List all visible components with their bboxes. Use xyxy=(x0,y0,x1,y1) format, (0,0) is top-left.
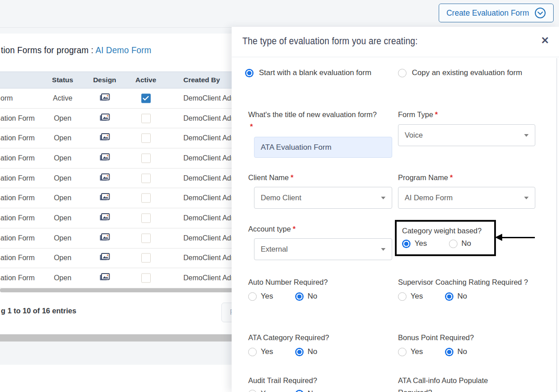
program-name-link[interactable]: AI Demo Form xyxy=(95,45,151,55)
column-header-design: Design xyxy=(93,76,116,84)
ata-category-question: ATA Category Required? Yes No xyxy=(248,332,382,356)
table-row: ation FormOpenDemoClient Adm xyxy=(0,109,241,129)
program-name-select[interactable]: AI Demo Form xyxy=(398,187,535,209)
design-icon[interactable] xyxy=(93,173,116,184)
auto-number-no-radio[interactable] xyxy=(295,292,304,301)
account-type-label: Account type* xyxy=(248,223,296,235)
no-label: No xyxy=(457,292,467,301)
status-value: Open xyxy=(47,134,79,142)
client-name-select[interactable]: Demo Client xyxy=(254,187,392,209)
auto-number-yes-radio[interactable] xyxy=(248,292,257,301)
yes-label: Yes xyxy=(261,389,273,392)
table-row: ation FormOpenDemoClient Adm xyxy=(0,208,241,228)
audit-trail-no-radio[interactable] xyxy=(295,390,304,392)
table-horizontal-scrollbar[interactable] xyxy=(0,288,241,292)
create-evaluation-form-button[interactable]: Create Evaluation Form xyxy=(439,4,554,22)
status-value: Open xyxy=(47,154,79,162)
bonus-point-question: Bonus Point Required? Yes No xyxy=(398,332,534,356)
status-value: Open xyxy=(47,234,79,242)
active-checkbox[interactable] xyxy=(141,114,151,123)
design-icon[interactable] xyxy=(93,193,116,203)
form-type-label: Form Type* xyxy=(398,109,438,121)
title-input[interactable]: ATA Evaluation Form xyxy=(254,137,392,158)
table-row: ation FormOpenDemoClient Adm xyxy=(0,249,241,269)
entries-summary: g 1 to 10 of 16 entries xyxy=(1,307,76,315)
panel-scrollbar-track[interactable] xyxy=(556,58,557,392)
active-checkbox[interactable] xyxy=(141,194,151,203)
no-label: No xyxy=(308,292,318,301)
form-name: orm xyxy=(0,94,47,102)
page-title: tion Forms for program : AI Demo Form xyxy=(1,45,168,55)
design-icon[interactable] xyxy=(93,133,116,143)
copy-existing-option[interactable]: Copy an existing evaluation form xyxy=(398,68,522,77)
audit-trail-label: Audit Trail Required? xyxy=(248,375,382,387)
active-checkbox[interactable] xyxy=(141,213,151,223)
table-row: ation FormOpenDemoClient Adm xyxy=(0,128,241,148)
start-blank-radio[interactable] xyxy=(245,69,254,77)
annotation-arrow-head xyxy=(495,234,502,241)
design-icon[interactable] xyxy=(93,213,116,223)
panel-title: The type of evaluation form you are crea… xyxy=(242,36,437,47)
status-value: Active xyxy=(47,94,79,102)
select-caret-icon xyxy=(381,197,385,199)
ata-call-info-question: ATA Call-info Auto Populate Required? xyxy=(398,375,514,392)
select-caret-icon xyxy=(524,134,529,137)
bonus-point-label: Bonus Point Required? xyxy=(398,332,534,344)
no-label: No xyxy=(462,239,471,248)
form-name: ation Form xyxy=(0,234,47,242)
category-weight-highlight-box: Category weight based? Yes No xyxy=(395,220,496,256)
table-row: ation FormOpenDemoClient Adm xyxy=(0,268,241,288)
copy-existing-radio[interactable] xyxy=(398,69,407,77)
design-icon[interactable] xyxy=(93,113,116,124)
design-icon[interactable] xyxy=(93,273,116,283)
ata-category-no-radio[interactable] xyxy=(295,348,304,356)
create-evaluation-form-label: Create Evaluation Form xyxy=(446,8,529,18)
panel-header: The type of evaluation form you are crea… xyxy=(232,27,559,57)
active-checkbox[interactable] xyxy=(141,173,151,183)
required-asterisk: * xyxy=(435,110,438,118)
table-body: ormActiveDemoClient Admation FormOpenDem… xyxy=(0,89,241,288)
audit-trail-yes-radio[interactable] xyxy=(248,390,257,392)
design-icon[interactable] xyxy=(93,93,116,104)
column-header-status: Status xyxy=(47,76,79,84)
annotation-arrow xyxy=(502,237,535,238)
table-header: Status Design Active Created By xyxy=(0,72,241,89)
ata-category-label: ATA Category Required? xyxy=(248,332,382,344)
table-row: ation FormOpenDemoClient Adm xyxy=(0,169,241,189)
supervisor-coaching-yes-radio[interactable] xyxy=(398,292,407,301)
required-asterisk: * xyxy=(292,225,295,233)
active-checkbox[interactable] xyxy=(141,93,151,103)
ata-category-yes-radio[interactable] xyxy=(248,348,257,356)
supervisor-coaching-no-radio[interactable] xyxy=(445,292,453,301)
design-icon[interactable] xyxy=(93,153,116,164)
yes-label: Yes xyxy=(411,292,423,301)
ata-call-info-label: ATA Call-info Auto Populate Required? xyxy=(398,375,514,392)
form-name: ation Form xyxy=(0,214,47,222)
active-checkbox[interactable] xyxy=(141,253,151,263)
account-type-select[interactable]: External xyxy=(254,238,392,260)
no-label: No xyxy=(308,347,318,356)
bonus-point-yes-radio[interactable] xyxy=(398,348,407,356)
active-checkbox[interactable] xyxy=(141,233,151,243)
close-icon[interactable]: ✕ xyxy=(541,35,549,46)
table-row: ation FormOpenDemoClient Adm xyxy=(0,228,241,249)
active-checkbox[interactable] xyxy=(141,134,151,143)
active-checkbox[interactable] xyxy=(141,153,151,163)
start-blank-option[interactable]: Start with a blank evaluation form xyxy=(245,68,371,77)
status-value: Open xyxy=(47,274,79,282)
active-checkbox[interactable] xyxy=(141,274,151,283)
auto-number-label: Auto Number Required? xyxy=(248,276,382,288)
status-value: Open xyxy=(47,194,79,202)
table-row: ation FormOpenDemoClient Adm xyxy=(0,148,241,169)
category-weight-label: Category weight based? xyxy=(402,225,494,236)
app-screen: Create Evaluation Form tion Forms for pr… xyxy=(0,0,559,392)
supervisor-coaching-label: Supervisor Coaching Rating Required ? xyxy=(398,276,534,288)
design-icon[interactable] xyxy=(93,233,116,244)
form-name: ation Form xyxy=(0,154,47,162)
form-type-select[interactable]: Voice xyxy=(398,124,535,146)
category-weight-yes-radio[interactable] xyxy=(402,240,411,248)
design-icon[interactable] xyxy=(93,253,116,263)
yes-label: Yes xyxy=(261,347,273,356)
bonus-point-no-radio[interactable] xyxy=(445,348,453,356)
category-weight-no-radio[interactable] xyxy=(449,240,457,248)
